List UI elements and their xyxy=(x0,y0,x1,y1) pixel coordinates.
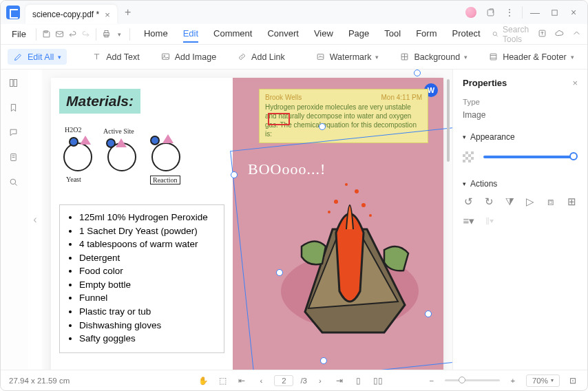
search-rail-icon[interactable] xyxy=(8,177,21,189)
list-item: 125ml 10% Hydrogen Peroxide xyxy=(79,211,216,224)
svg-rect-0 xyxy=(487,10,494,16)
prev-page-icon[interactable]: ‹ xyxy=(255,377,267,385)
list-item: Food color xyxy=(79,264,216,278)
tab-page[interactable]: Page xyxy=(348,25,369,43)
save-icon[interactable] xyxy=(41,26,52,43)
menu-file[interactable]: File xyxy=(6,29,32,39)
svg-rect-13 xyxy=(490,54,496,60)
tab-tool[interactable]: Tool xyxy=(384,25,401,43)
svg-point-22 xyxy=(355,189,359,193)
fit-page-icon[interactable]: ⊡ xyxy=(567,376,579,385)
tab-form[interactable]: Form xyxy=(416,25,437,43)
tab-edit[interactable]: Edit xyxy=(183,25,198,43)
kebab-icon[interactable]: ⋮ xyxy=(500,3,519,22)
thumbnails-icon[interactable] xyxy=(8,78,21,90)
appearance-section[interactable]: ▾Appearance xyxy=(463,132,578,142)
sticky-note[interactable]: Brook WellsMon 4:11 PM Hydrogen peroxide… xyxy=(259,89,428,143)
page-input[interactable]: 2 xyxy=(274,375,293,386)
tab-view[interactable]: View xyxy=(314,25,333,43)
watermark-label: Watermark xyxy=(330,52,372,62)
crop-icon[interactable]: ⧈ xyxy=(545,196,557,208)
print-icon[interactable] xyxy=(101,26,112,43)
zoom-out-icon[interactable]: − xyxy=(426,377,438,385)
bookmark-icon[interactable] xyxy=(8,103,21,115)
close-tab-icon[interactable]: × xyxy=(105,10,110,20)
tab-comment[interactable]: Comment xyxy=(213,25,252,43)
document-canvas[interactable]: Materials: H2O2 Active Site Yeast Reacti… xyxy=(42,70,452,370)
first-page-icon[interactable]: ⇤ xyxy=(235,376,248,385)
selection-handle[interactable] xyxy=(231,171,238,178)
opacity-slider[interactable] xyxy=(483,156,575,158)
svg-rect-3 xyxy=(56,32,63,37)
hand-tool-icon[interactable]: ✋ xyxy=(197,376,209,385)
header-footer-button[interactable]: Header & Footer▾ xyxy=(483,49,579,65)
single-page-icon[interactable]: ▯ xyxy=(353,376,365,385)
actions-section[interactable]: ▾Actions xyxy=(463,179,578,189)
tab-protect[interactable]: Protect xyxy=(452,25,480,43)
close-panel-icon[interactable]: × xyxy=(572,78,578,88)
app-icon xyxy=(6,6,20,19)
close-window-button[interactable]: × xyxy=(564,3,583,22)
list-item: 4 tablespoons of warm water xyxy=(79,237,216,251)
flip-h-icon[interactable]: ⧩ xyxy=(504,196,516,208)
redo-icon[interactable] xyxy=(80,26,92,43)
note-highlight-marker xyxy=(268,113,290,125)
align-icon[interactable]: ≡▾ xyxy=(463,215,475,227)
two-page-icon[interactable]: ▯▯ xyxy=(372,376,384,385)
minimize-button[interactable]: — xyxy=(525,3,545,22)
svg-rect-1 xyxy=(552,10,557,15)
volcano-image[interactable] xyxy=(267,154,432,346)
selection-handle[interactable] xyxy=(276,269,283,276)
svg-point-19 xyxy=(10,179,16,184)
last-page-icon[interactable]: ⇥ xyxy=(333,376,346,385)
share-icon[interactable] xyxy=(481,3,500,22)
undo-icon[interactable] xyxy=(67,26,78,43)
next-page-icon[interactable]: › xyxy=(314,377,326,385)
ai-orb-icon[interactable] xyxy=(461,3,481,22)
add-link-label: Add Link xyxy=(251,52,285,62)
rotate-left-icon[interactable]: ↺ xyxy=(463,196,475,208)
note-author: Brook Wells xyxy=(265,94,302,101)
scrollbar[interactable] xyxy=(447,79,450,162)
selection-handle[interactable] xyxy=(320,357,327,364)
label-reaction: Reaction xyxy=(150,176,180,184)
reaction-diagram: H2O2 Active Site Yeast Reaction xyxy=(59,123,224,192)
maximize-button[interactable] xyxy=(545,3,564,22)
tab-home[interactable]: Home xyxy=(144,25,168,43)
selection-handle[interactable] xyxy=(414,70,421,76)
rotate-right-icon[interactable]: ↻ xyxy=(483,196,496,208)
file-tab[interactable]: science-copy.pdf * × xyxy=(25,5,117,24)
materials-heading: Materials: xyxy=(59,89,140,114)
select-tool-icon[interactable]: ⬚ xyxy=(216,376,229,385)
tab-convert[interactable]: Convert xyxy=(267,25,299,43)
print-dropdown[interactable]: ▾ xyxy=(114,26,125,43)
svg-rect-5 xyxy=(105,31,108,33)
comment-icon[interactable] xyxy=(8,127,21,140)
zoom-in-icon[interactable]: + xyxy=(507,377,519,385)
selection-handle[interactable] xyxy=(319,123,326,130)
add-image-button[interactable]: Add Image xyxy=(155,49,222,65)
export-icon[interactable] xyxy=(537,28,547,41)
replace-icon[interactable]: ⊞ xyxy=(565,196,578,208)
rail-collapse[interactable]: ‹ xyxy=(28,70,42,370)
add-text-button[interactable]: Add Text xyxy=(86,49,145,65)
page-dimensions: 27.94 x 21.59 cm xyxy=(9,377,70,385)
list-item: Detergent xyxy=(79,251,216,265)
attachment-icon[interactable] xyxy=(8,152,21,165)
flip-v-icon[interactable]: ▷ xyxy=(524,196,536,208)
search-tools[interactable]: Search Tools xyxy=(492,25,536,44)
properties-title: Properties× xyxy=(463,78,578,88)
mail-icon[interactable] xyxy=(54,26,65,43)
cloud-icon[interactable] xyxy=(554,28,565,41)
watermark-button[interactable]: Watermark▾ xyxy=(310,49,385,65)
background-button[interactable]: Background▾ xyxy=(394,49,473,65)
add-link-button[interactable]: Add Link xyxy=(231,49,291,65)
zoom-slider[interactable] xyxy=(445,379,500,381)
main-area: ‹ Materials: H2O2 Active Site Yeast Reac… xyxy=(1,70,587,370)
zoom-value[interactable]: 70%▾ xyxy=(526,374,560,387)
list-item: Empty bottle xyxy=(79,278,216,292)
add-tab-button[interactable]: + xyxy=(121,6,135,19)
selection-handle[interactable] xyxy=(425,310,432,317)
edit-all-button[interactable]: Edit All ▾ xyxy=(8,49,67,65)
collapse-icon[interactable] xyxy=(571,28,582,41)
